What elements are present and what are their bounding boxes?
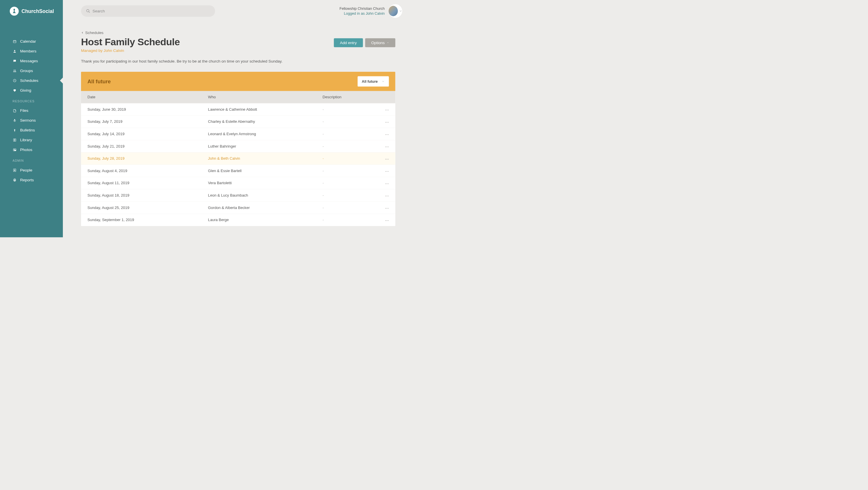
- row-date: Sunday, August 11, 2019: [87, 181, 208, 185]
- table-row[interactable]: Sunday, June 30, 2019Lawrence & Catherin…: [81, 103, 395, 116]
- table-row[interactable]: Sunday, July 14, 2019Leonard & Evelyn Ar…: [81, 128, 395, 140]
- sidebar-item-label: People: [20, 168, 32, 173]
- sidebar-item-reports[interactable]: Reports: [0, 175, 63, 185]
- row-description: -: [323, 205, 378, 210]
- svg-point-44: [387, 196, 387, 196]
- options-button[interactable]: Options: [365, 38, 395, 47]
- sidebar-item-schedules[interactable]: Schedules: [0, 76, 63, 86]
- row-actions: [378, 181, 389, 185]
- row-actions: [378, 107, 389, 111]
- table-row[interactable]: Sunday, September 1, 2019Laura Berge-: [81, 214, 395, 226]
- svg-point-8: [13, 70, 14, 71]
- sidebar-item-people[interactable]: People: [0, 165, 63, 175]
- sidebar-item-calendar[interactable]: Calendar: [0, 37, 63, 46]
- add-entry-button[interactable]: Add entry: [334, 38, 363, 47]
- row-who: Lawrence & Catherine Abbott: [208, 107, 322, 111]
- more-icon[interactable]: [385, 109, 389, 111]
- row-actions: [378, 205, 389, 210]
- svg-point-35: [387, 159, 387, 159]
- row-who: Laura Berge: [208, 218, 322, 222]
- svg-point-39: [388, 171, 389, 172]
- svg-point-9: [15, 70, 16, 71]
- sidebar-item-library[interactable]: Library: [0, 135, 63, 145]
- svg-rect-11: [14, 119, 15, 121]
- row-date: Sunday, July 21, 2019: [87, 144, 208, 149]
- sidebar-item-giving[interactable]: Giving: [0, 85, 63, 95]
- row-date: Sunday, July 28, 2019: [87, 157, 208, 161]
- search-input[interactable]: [93, 9, 210, 13]
- row-description: -: [323, 181, 378, 185]
- more-icon[interactable]: [385, 159, 389, 160]
- sidebar-item-label: Members: [20, 49, 37, 54]
- svg-point-16: [14, 169, 15, 170]
- table-row[interactable]: Sunday, July 7, 2019Charley & Estelle Ab…: [81, 116, 395, 128]
- more-icon[interactable]: [385, 208, 389, 209]
- svg-point-27: [388, 122, 389, 123]
- avatar-image: [389, 6, 398, 16]
- sidebar-item-photos[interactable]: Photos: [0, 145, 63, 155]
- more-icon[interactable]: [385, 220, 389, 221]
- table-row[interactable]: Sunday, July 21, 2019Luther Bahringer-: [81, 140, 395, 153]
- sidebar-item-label: Schedules: [20, 78, 38, 83]
- row-who: John & Beth Calvin: [208, 157, 322, 161]
- table-row[interactable]: Sunday, August 18, 2019Leon & Lucy Baumb…: [81, 189, 395, 201]
- svg-point-50: [387, 220, 387, 221]
- row-description: -: [323, 144, 378, 149]
- account-menu[interactable]: Fellowship Christian Church Logged in as…: [339, 4, 402, 18]
- printer-icon: [13, 178, 17, 182]
- row-description: -: [323, 132, 378, 136]
- row-who: Leonard & Evelyn Armstrong: [208, 132, 322, 136]
- people-book-icon: [13, 168, 17, 172]
- row-who: Gordon & Alberta Becker: [208, 205, 322, 210]
- content: Schedules Host Family Schedule Managed b…: [63, 22, 421, 226]
- row-date: Sunday, August 18, 2019: [87, 193, 208, 197]
- svg-point-40: [385, 183, 386, 184]
- table-body: Sunday, June 30, 2019Lawrence & Catherin…: [81, 103, 395, 226]
- nav-main: CalendarMembersMessagesGroupsSchedulesGi…: [0, 21, 63, 95]
- account-user: Logged in as John Calvin: [339, 11, 385, 16]
- sidebar-item-sermons[interactable]: Sermons: [0, 116, 63, 125]
- more-icon[interactable]: [385, 134, 389, 135]
- filter-select[interactable]: All future: [358, 76, 389, 87]
- col-desc-header: Description: [323, 95, 378, 99]
- row-who: Charley & Estelle Abernathy: [208, 120, 322, 124]
- sidebar-item-files[interactable]: Files: [0, 106, 63, 116]
- col-date-header: Date: [87, 95, 208, 99]
- sidebar-item-groups[interactable]: Groups: [0, 66, 63, 76]
- caret-down-icon: [387, 41, 389, 44]
- search-box[interactable]: [81, 5, 215, 17]
- sidebar-item-label: Library: [20, 138, 32, 142]
- row-description: -: [323, 107, 378, 111]
- table-header: Date Who Description: [81, 91, 395, 103]
- more-icon[interactable]: [385, 195, 389, 197]
- row-who: Leon & Lucy Baumbach: [208, 193, 322, 197]
- avatar[interactable]: [389, 4, 402, 18]
- book-icon: [13, 138, 17, 142]
- breadcrumb[interactable]: Schedules: [81, 31, 395, 35]
- row-date: Sunday, June 30, 2019: [87, 107, 208, 111]
- more-icon[interactable]: [385, 146, 389, 148]
- table-row[interactable]: Sunday, August 4, 2019Glen & Essie Barte…: [81, 165, 395, 177]
- sidebar-item-label: Reports: [20, 178, 34, 183]
- svg-point-32: [387, 146, 387, 147]
- row-actions: [378, 144, 389, 149]
- row-actions: [378, 193, 389, 197]
- sidebar-item-messages[interactable]: Messages: [0, 56, 63, 66]
- sidebar-item-members[interactable]: Members: [0, 46, 63, 56]
- sidebar-item-label: Bulletins: [20, 128, 35, 133]
- titlebar: Host Family Schedule Managed by John Cal…: [81, 36, 395, 53]
- table-row[interactable]: Sunday, July 28, 2019John & Beth Calvin-: [81, 152, 395, 165]
- topbar: Fellowship Christian Church Logged in as…: [63, 0, 421, 22]
- svg-point-41: [387, 183, 387, 184]
- more-icon[interactable]: [385, 171, 389, 172]
- row-date: Sunday, September 1, 2019: [87, 218, 208, 222]
- chevron-left-icon: [81, 31, 84, 35]
- table-row[interactable]: Sunday, August 25, 2019Gordon & Alberta …: [81, 201, 395, 214]
- row-actions: [378, 157, 389, 161]
- sidebar-item-bulletins[interactable]: Bulletins: [0, 125, 63, 135]
- more-icon[interactable]: [385, 122, 389, 123]
- table-row[interactable]: Sunday, August 11, 2019Vera Bartoletti-: [81, 177, 395, 189]
- logo[interactable]: ChurchSocial: [0, 0, 63, 21]
- clock-icon: [13, 79, 17, 83]
- more-icon[interactable]: [385, 183, 389, 185]
